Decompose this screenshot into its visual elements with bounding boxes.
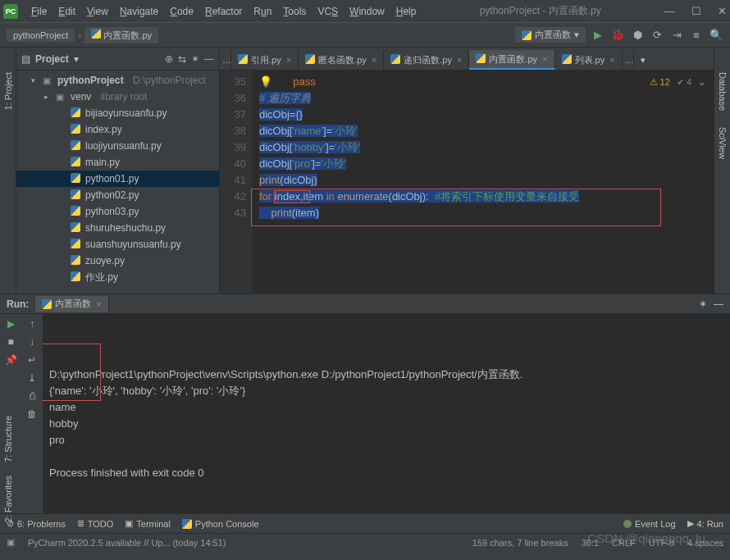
breadcrumb-project[interactable]: pythonProject — [7, 29, 75, 42]
run-config-selector[interactable]: 内置函数 ▾ — [515, 27, 586, 43]
close-icon[interactable]: × — [542, 54, 547, 64]
gear-icon[interactable]: ✶ — [699, 298, 707, 310]
settings-icon[interactable]: ✶ — [191, 53, 199, 65]
close-icon[interactable]: × — [609, 55, 614, 65]
structure-tool-button[interactable]: 7: Structure — [3, 416, 13, 462]
python-file-icon — [71, 124, 82, 135]
tree-file[interactable]: main.py — [16, 154, 219, 171]
maximize-button[interactable]: ☐ — [691, 5, 701, 17]
status-indent[interactable]: 4 spaces — [687, 538, 723, 548]
inspection-status[interactable]: ⚠ 12 ✔ 4 ⌄ — [650, 74, 706, 90]
tree-file[interactable]: python03.py — [16, 203, 219, 220]
softwrap-icon[interactable]: ↵ — [25, 353, 39, 367]
terminal-tool-button[interactable]: ▣ Terminal — [125, 518, 171, 529]
tree-project-root[interactable]: ▾ ▣ pythonProject D:\pythonProject — [16, 72, 219, 89]
window-icon[interactable]: ▣ — [7, 537, 15, 548]
menu-view[interactable]: View — [87, 6, 108, 17]
menu-window[interactable]: Window — [349, 6, 385, 17]
close-button[interactable]: ✕ — [718, 5, 727, 17]
favorites-tool-button[interactable]: 2: Favorites — [3, 476, 13, 522]
stop-button[interactable]: ■ — [4, 335, 17, 348]
editor-tab[interactable]: 列表.py× — [555, 50, 623, 70]
minimize-button[interactable]: — — [664, 5, 675, 17]
close-icon[interactable]: × — [286, 55, 291, 65]
project-tool-button[interactable]: 1: Project — [3, 72, 13, 110]
python-console-tool-button[interactable]: Python Console — [182, 519, 259, 529]
stop-button[interactable]: ■ — [689, 28, 704, 43]
up-icon[interactable]: ↑ — [25, 317, 39, 330]
tree-file[interactable]: shuruheshuchu.py — [16, 220, 219, 236]
status-update[interactable]: PyCharm 2020.2.5 available // Up... (tod… — [28, 538, 226, 548]
tree-file[interactable]: python01.py — [16, 171, 219, 187]
close-icon[interactable]: × — [372, 55, 376, 65]
tree-file[interactable]: zuoye.py — [16, 253, 219, 269]
event-log-button[interactable]: Event Log — [623, 519, 676, 529]
tree-file[interactable]: 作业.py — [16, 269, 219, 285]
editor-tab[interactable]: 匿名函数.py× — [299, 50, 384, 70]
dropdown-icon[interactable]: ▾ — [74, 53, 79, 65]
run-console[interactable]: D:\pythonProject1\pythonProject\venv\Scr… — [43, 314, 730, 513]
tree-venv[interactable]: ▸ ▣ venv library root — [16, 89, 219, 105]
chevron-down-icon: ▾ — [31, 76, 39, 84]
editor-gutter: 353637383940414243 — [220, 71, 253, 294]
menu-vcs[interactable]: VCS — [317, 6, 338, 17]
code-editor[interactable]: 353637383940414243 ⚠ 12 ✔ 4 ⌄ 💡 pass# 遍历… — [220, 71, 714, 294]
run-tool-button[interactable]: ▶ 4: Run — [687, 518, 723, 529]
python-file-icon — [71, 206, 82, 217]
project-tree: ▾ ▣ pythonProject D:\pythonProject ▸ ▣ v… — [16, 71, 219, 294]
database-tool-button[interactable]: Database — [718, 72, 728, 111]
python-file-icon — [476, 53, 486, 65]
editor-tab[interactable]: 递归函数.py× — [384, 50, 469, 70]
rerun-button[interactable]: ▶ — [4, 317, 17, 330]
pin-button[interactable]: 📌 — [4, 353, 17, 367]
editor-tab[interactable]: 引用.py× — [231, 50, 299, 70]
status-caret-pos[interactable]: 36:1 — [582, 538, 599, 548]
tabs-more-icon[interactable]: ▾ — [634, 50, 652, 70]
title-bar: PC FFileile Edit View Navigate Code Refa… — [0, 0, 730, 23]
tree-file[interactable]: python02.py — [16, 187, 219, 203]
tree-file[interactable]: suanshuyunsuanfu.py — [16, 236, 219, 253]
python-file-icon — [71, 189, 82, 201]
attach-button[interactable]: ⇥ — [669, 28, 684, 43]
menu-refactor[interactable]: Refactor — [205, 6, 242, 17]
menu-edit[interactable]: Edit — [58, 6, 75, 17]
locate-icon[interactable]: ⊕ — [165, 53, 173, 65]
menu-tools[interactable]: Tools — [283, 6, 306, 17]
close-icon[interactable]: × — [457, 55, 462, 65]
menu-navigate[interactable]: Navigate — [120, 6, 158, 17]
tree-file[interactable]: index.py — [16, 121, 219, 138]
debug-button[interactable]: 🐞 — [610, 28, 625, 43]
todo-tool-button[interactable]: ≣ TODO — [77, 518, 114, 529]
run-tool-window: Run: 内置函数 × ✶ — ▶ ■ 📌 ↑ ↓ ↵ ⤓ ⎙ 🗑 D:\pyt… — [0, 294, 730, 513]
tree-file[interactable]: bijiaoyunsuanfu.py — [16, 105, 219, 121]
collapse-icon[interactable]: ⇆ — [178, 53, 186, 65]
coverage-button[interactable]: ⬢ — [630, 28, 645, 43]
menu-code[interactable]: Code — [170, 6, 194, 17]
down-icon[interactable]: ↓ — [25, 335, 39, 348]
left-tool-strip: 1: Project — [0, 48, 16, 294]
status-chars: 159 chars, 7 line breaks — [472, 538, 568, 548]
scroll-to-end-icon[interactable]: ⤓ — [25, 371, 39, 385]
hide-icon[interactable]: — — [204, 53, 214, 65]
trash-icon[interactable]: 🗑 — [25, 407, 39, 421]
app-logo: PC — [3, 4, 18, 19]
tabs-scroll-left[interactable]: … — [220, 50, 231, 70]
status-eol[interactable]: CRLF — [612, 538, 636, 548]
editor-tabs: … 引用.py×匿名函数.py×递归函数.py×内置函数.py×列表.py× …… — [220, 48, 714, 71]
print-icon[interactable]: ⎙ — [25, 389, 39, 403]
search-everywhere-button[interactable]: 🔍 — [709, 28, 723, 43]
status-encoding[interactable]: UTF-8 — [649, 538, 674, 548]
menu-file[interactable]: FFileile — [31, 6, 47, 17]
python-file-icon — [71, 222, 82, 234]
tree-file[interactable]: luojiyunsuanfu.py — [16, 138, 219, 154]
menu-run[interactable]: Run — [253, 6, 271, 17]
tabs-scroll-right[interactable]: … — [623, 50, 634, 70]
breadcrumb-file[interactable]: 内置函数.py — [84, 27, 158, 43]
hide-icon[interactable]: — — [714, 298, 723, 310]
sciview-tool-button[interactable]: SciView — [718, 127, 728, 159]
run-tab[interactable]: 内置函数 × — [35, 296, 108, 312]
profile-button[interactable]: ⟳ — [650, 28, 664, 43]
editor-tab[interactable]: 内置函数.py× — [469, 50, 554, 70]
menu-help[interactable]: Help — [396, 6, 417, 17]
run-button[interactable]: ▶ — [591, 28, 605, 43]
